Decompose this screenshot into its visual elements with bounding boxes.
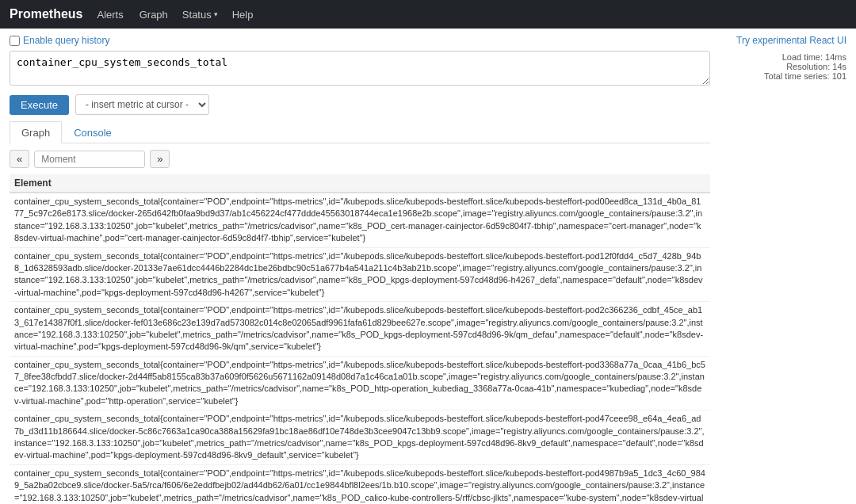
- moment-input[interactable]: [34, 151, 145, 168]
- navbar: Prometheus Alerts Graph Status ▾ Help: [0, 0, 856, 29]
- nav-status-label: Status: [182, 9, 212, 21]
- resolution: Resolution: 14s: [786, 62, 846, 71]
- table-cell-element: container_cpu_system_seconds_total{conta…: [10, 302, 710, 357]
- table-row: container_cpu_system_seconds_total{conta…: [10, 302, 710, 357]
- prev-button[interactable]: «: [10, 150, 29, 168]
- table-cell-element: container_cpu_system_seconds_total{conta…: [10, 464, 710, 504]
- navbar-brand[interactable]: Prometheus: [10, 7, 82, 21]
- table-row: container_cpu_system_seconds_total{conta…: [10, 356, 710, 410]
- next-button[interactable]: »: [150, 150, 170, 168]
- execute-button[interactable]: Execute: [10, 95, 69, 115]
- table-row: container_cpu_system_seconds_total{conta…: [10, 410, 710, 465]
- left-panel: Execute - insert metric at cursor - Grap…: [10, 51, 710, 504]
- table-header-element: Element: [10, 174, 710, 193]
- query-input[interactable]: [10, 51, 710, 86]
- top-bar: Enable query history Try experimental Re…: [10, 35, 846, 46]
- table-cell-element: container_cpu_system_seconds_total{conta…: [10, 247, 710, 302]
- table-row: container_cpu_system_seconds_total{conta…: [10, 464, 710, 504]
- table-row: container_cpu_system_seconds_total{conta…: [10, 247, 710, 302]
- nav-help[interactable]: Help: [231, 6, 255, 24]
- chevron-down-icon: ▾: [214, 10, 218, 18]
- total-time-series: Total time series: 101: [764, 71, 846, 81]
- table-row: container_cpu_system_seconds_total{conta…: [10, 193, 710, 247]
- tab-console[interactable]: Console: [62, 121, 124, 143]
- content-area: Execute - insert metric at cursor - Grap…: [10, 51, 846, 504]
- enable-history-checkbox[interactable]: [10, 36, 20, 46]
- nav-graph[interactable]: Graph: [138, 6, 170, 24]
- table-cell-element: container_cpu_system_seconds_total{conta…: [10, 193, 710, 247]
- enable-history-label[interactable]: Enable query history: [10, 35, 109, 46]
- tab-graph[interactable]: Graph: [10, 121, 62, 143]
- element-table: Element container_cpu_system_seconds_tot…: [10, 174, 710, 504]
- table-cell-element: container_cpu_system_seconds_total{conta…: [10, 410, 710, 465]
- nav-alerts[interactable]: Alerts: [95, 6, 124, 24]
- main-content: Enable query history Try experimental Re…: [0, 29, 856, 504]
- metric-selector[interactable]: - insert metric at cursor -: [75, 94, 209, 115]
- react-ui-link[interactable]: Try experimental React UI: [736, 35, 846, 46]
- load-info-panel: Load time: 14ms Resolution: 14s Total ti…: [720, 51, 846, 504]
- table-cell-element: container_cpu_system_seconds_total{conta…: [10, 356, 710, 410]
- nav-status[interactable]: Status ▾: [182, 9, 218, 21]
- tabs: Graph Console: [10, 121, 710, 143]
- execute-row: Execute - insert metric at cursor -: [10, 94, 710, 115]
- load-time: Load time: 14ms: [782, 52, 846, 62]
- graph-controls: « »: [10, 150, 710, 168]
- enable-history-text: Enable query history: [23, 35, 109, 46]
